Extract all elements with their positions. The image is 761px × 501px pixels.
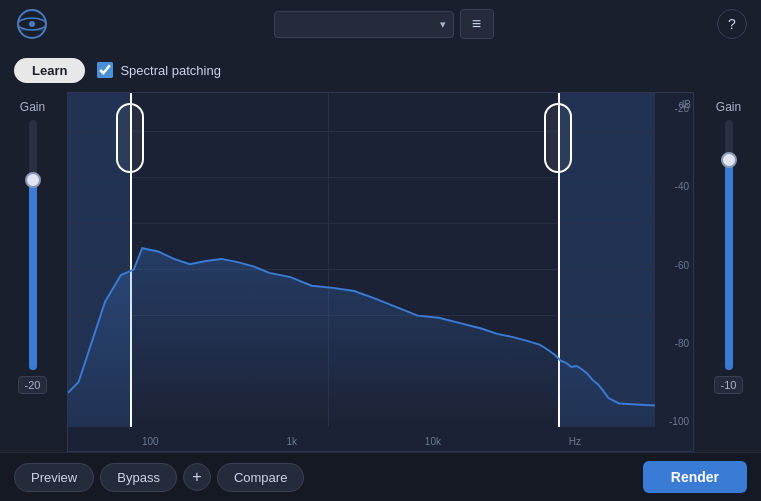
left-gain-slider-area: Gain -20 — [0, 92, 65, 452]
toolbar: Learn Spectral patching — [0, 48, 761, 92]
compare-button[interactable]: Compare — [217, 463, 304, 492]
db-unit-label: dB — [679, 99, 691, 110]
right-range-handle[interactable] — [544, 103, 572, 173]
db-label-40: -40 — [657, 181, 689, 192]
svg-point-2 — [29, 21, 35, 27]
freq-labels: 100 1k 10k Hz — [68, 436, 655, 447]
left-gain-value: -20 — [18, 376, 48, 394]
left-gain-track[interactable] — [29, 120, 37, 370]
render-button[interactable]: Render — [643, 461, 747, 493]
right-gain-fill — [725, 160, 733, 370]
bypass-button[interactable]: Bypass — [100, 463, 177, 492]
help-button[interactable]: ? — [717, 9, 747, 39]
menu-button[interactable]: ≡ — [460, 9, 494, 39]
footer: Preview Bypass + Compare Render — [0, 452, 761, 501]
preset-dropdown-wrapper: ▾ — [274, 11, 454, 38]
right-gain-slider-area: Gain -10 — [696, 92, 761, 452]
main-area: Gain -20 — [0, 92, 761, 452]
right-gain-label: Gain — [716, 100, 741, 114]
header-center: ▾ ≡ — [274, 9, 494, 39]
freq-hz: Hz — [569, 436, 581, 447]
footer-left: Preview Bypass + Compare — [14, 463, 304, 492]
left-gain-thumb[interactable] — [25, 172, 41, 188]
right-gain-thumb[interactable] — [721, 152, 737, 168]
preset-dropdown[interactable] — [274, 11, 454, 38]
left-gain-label: Gain — [20, 100, 45, 114]
db-labels: -20 -40 -60 -80 -100 — [657, 93, 693, 451]
logo-icon — [14, 6, 50, 42]
right-gain-value: -10 — [714, 376, 744, 394]
spectral-patching-checkbox[interactable] — [97, 62, 113, 78]
db-label-80: -80 — [657, 338, 689, 349]
spectral-patching-text: Spectral patching — [120, 63, 220, 78]
header: ▾ ≡ ? — [0, 0, 761, 48]
spectral-patching-label[interactable]: Spectral patching — [97, 62, 220, 78]
left-gain-fill — [29, 180, 37, 370]
eq-display[interactable]: -20 -40 -60 -80 -100 dB 100 1k 10k Hz — [67, 92, 694, 452]
db-label-100: -100 — [657, 416, 689, 427]
left-range-handle[interactable] — [116, 103, 144, 173]
freq-100: 100 — [142, 436, 159, 447]
plus-button[interactable]: + — [183, 463, 211, 491]
learn-button[interactable]: Learn — [14, 58, 85, 83]
db-label-60: -60 — [657, 260, 689, 271]
right-gain-track[interactable] — [725, 120, 733, 370]
freq-1k: 1k — [286, 436, 297, 447]
freq-10k: 10k — [425, 436, 441, 447]
preview-button[interactable]: Preview — [14, 463, 94, 492]
